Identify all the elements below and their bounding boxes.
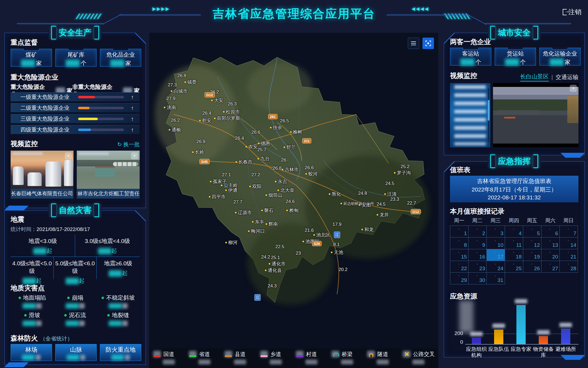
gas-tank-shape	[27, 172, 42, 186]
duty-line: 2022年8月17日（今日，星期三）	[450, 186, 578, 193]
video-frame: ×	[77, 151, 140, 189]
road-swatch	[296, 355, 303, 357]
calendar-day[interactable]: 10	[486, 237, 505, 249]
calendar-day[interactable]: 30	[468, 272, 487, 284]
camera-list-blurred[interactable]	[450, 83, 490, 147]
legend-label: 隧道	[377, 351, 388, 358]
bar-category-label: 避难场所	[555, 346, 577, 352]
map-temp-label: 22.7	[407, 200, 416, 206]
day-number: 13	[552, 242, 558, 248]
calendar-day[interactable]: 21	[559, 249, 578, 261]
header-deco-line	[387, 15, 468, 15]
calendar-grid: 1234567891011121314151617181920212223242…	[450, 226, 578, 284]
refresh-batch-button[interactable]: 换一批	[117, 141, 140, 148]
calendar-day[interactable]: 16	[468, 249, 487, 261]
calendar-day[interactable]: 2	[468, 226, 487, 238]
day-number: 6	[555, 230, 558, 236]
enterprise-card[interactable]: 货运站个	[495, 48, 536, 66]
map-city-label: 双阳	[249, 183, 262, 190]
calendar-day[interactable]: 13	[541, 237, 560, 249]
earthquake-grid: 地震<3.0级起3.0级≤地震<4.0级起 4.0级≤地震<5.0级起5.0级≤…	[11, 235, 140, 279]
calendar-day[interactable]: 11	[505, 237, 523, 249]
close-icon[interactable]: ×	[570, 85, 577, 92]
bar-2	[494, 330, 503, 344]
calendar-day[interactable]: 8	[450, 237, 468, 249]
calendar-day[interactable]: 5	[523, 226, 541, 238]
gas-tank-shape	[64, 160, 73, 186]
calendar-day[interactable]: 14	[559, 237, 578, 249]
map-fullscreen-button[interactable]	[422, 38, 434, 49]
geo-disaster-grid: 地面塌陷崩塌不稳定斜坡滑坡泥石流地裂缝	[11, 294, 140, 326]
card-label: 危化品企业	[100, 51, 141, 59]
redacted-value	[21, 60, 35, 67]
supervision-card[interactable]: 危化品企业家	[100, 49, 141, 67]
map-temp-label: 24.6	[286, 199, 295, 204]
map-city-label: 烟筒山	[265, 192, 282, 198]
redacted-unit	[122, 303, 128, 309]
calendar-day[interactable]: 31	[486, 272, 505, 284]
calendar-day[interactable]: 29	[450, 272, 468, 284]
video-thumbnail[interactable]: ×长春巨峰气体有限责任公司	[11, 151, 74, 199]
redacted-unit	[122, 321, 128, 326]
quake-unit: 起	[47, 248, 52, 254]
calendar-day[interactable]: 1	[450, 226, 468, 238]
close-icon[interactable]: ×	[131, 152, 138, 159]
water-badge: 江	[255, 294, 261, 301]
calendar-day[interactable]: 23	[468, 261, 487, 273]
tank-row-shape	[113, 162, 138, 166]
quake-count: 起	[97, 269, 140, 277]
calendar-day[interactable]: 24	[486, 261, 505, 273]
duty-roster-card[interactable]: 吉林省应急管理厅应急值班表2022年8月17日（今日，星期三）2022-08-1…	[450, 176, 578, 202]
close-icon[interactable]: ×	[65, 152, 72, 159]
bar-slot	[532, 300, 555, 344]
video-thumbnail[interactable]: ×吉林市吉化北方炬醌工贸责任...	[77, 151, 140, 199]
forest-card[interactable]: 防火重点地	[100, 344, 141, 361]
forest-card[interactable]: 山脉	[55, 344, 97, 361]
water-badge: 江	[334, 232, 340, 238]
calendar-day[interactable]: 17	[486, 249, 505, 261]
supervision-card[interactable]: 尾矿库个	[55, 49, 97, 67]
calendar-day[interactable]: 19	[523, 249, 541, 261]
header-deco-line	[17, 23, 103, 24]
province-map[interactable]: 26.8镇赉27.3白城市27.9洮南26.2大安26.3松原市前郭尔罗斯26.…	[149, 33, 438, 368]
map-temp-label: 25.7	[257, 147, 266, 153]
map-legend: 国道省道县道乡道村道桥梁隧道公路交叉	[149, 348, 438, 368]
calendar-day[interactable]: 12	[523, 237, 541, 249]
calendar-day[interactable]: 18	[505, 249, 523, 261]
forest-label: 森林防火	[11, 334, 38, 342]
camera-frame	[493, 87, 578, 144]
calendar-day[interactable]: 9	[468, 237, 487, 249]
bar-value-blurred	[470, 332, 483, 336]
tunnel-glyph	[369, 353, 373, 357]
up-arrow-icon: ↑	[131, 94, 134, 100]
bar-value-blurred	[492, 324, 505, 328]
calendar-day[interactable]: 25	[505, 261, 523, 273]
duty-line: 2022-08-17 18:31:32	[450, 194, 578, 201]
scrollbar[interactable]	[488, 88, 489, 142]
weekday-label: 周三	[486, 217, 505, 224]
map-temp-label: 26.4	[202, 111, 211, 116]
supervision-card[interactable]: 煤矿家	[11, 49, 52, 67]
calendar-day[interactable]: 3	[486, 226, 505, 238]
map-layers-button[interactable]	[408, 38, 419, 49]
tab-changbaishan[interactable]: 长白山景区	[520, 73, 549, 81]
forest-cards: 林场山脉防火重点地	[11, 344, 141, 361]
forest-card[interactable]: 林场	[11, 344, 52, 361]
calendar-day[interactable]: 28	[559, 261, 578, 273]
calendar-day[interactable]: 7	[559, 226, 578, 238]
enterprise-card[interactable]: 危化运输企业家	[539, 48, 581, 66]
day-number: 2	[482, 230, 485, 236]
calendar-day[interactable]: 4	[505, 226, 523, 238]
logout-button[interactable]: 注销	[563, 8, 581, 16]
legend-count-blurred	[270, 360, 282, 364]
day-number: 14	[571, 242, 576, 248]
calendar-day[interactable]: 27	[541, 261, 560, 273]
calendar-day[interactable]: 6	[541, 226, 560, 238]
calendar-day[interactable]: 26	[523, 261, 541, 273]
day-number: 22	[461, 266, 467, 272]
calendar-day[interactable]: 15	[450, 249, 468, 261]
calendar-day[interactable]: 22	[450, 261, 468, 273]
calendar-day[interactable]: 20	[541, 249, 560, 261]
enterprise-card[interactable]: 客运站个	[450, 48, 491, 66]
tab-transport[interactable]: 交通运输	[556, 73, 578, 81]
